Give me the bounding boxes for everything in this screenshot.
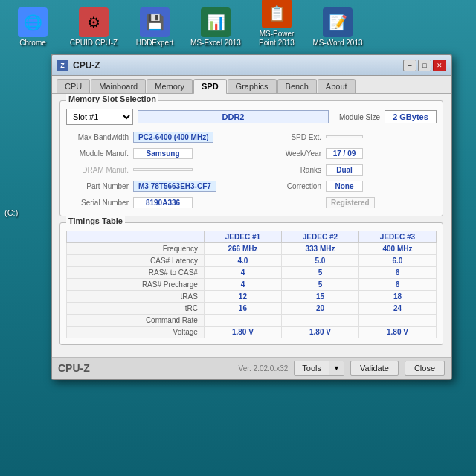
timing-label-5: tRC xyxy=(67,303,205,315)
part-number-value: M3 78T5663EH3-CF7 xyxy=(133,181,216,192)
timing-val-4-1: 15 xyxy=(281,291,358,303)
timing-val-6-2 xyxy=(358,315,436,327)
fields-left: Max Bandwidth PC2-6400 (400 MHz) Module … xyxy=(66,129,251,210)
timing-val-7-1: 1.80 V xyxy=(281,327,358,338)
title-bar-buttons: – □ ✕ xyxy=(403,60,446,71)
icon-label-2: HDDExpert xyxy=(136,39,174,48)
icon-img-2: 💾 xyxy=(140,7,170,37)
ddr-type-badge: DDR2 xyxy=(138,110,329,123)
timing-val-1-0: 4.0 xyxy=(204,255,281,267)
module-size-value: 2 GBytes xyxy=(385,110,437,123)
desktop-icon-5[interactable]: 📝 MS-Word 2013 xyxy=(311,7,364,48)
tools-arrow-button[interactable]: ▼ xyxy=(329,361,344,376)
dram-manuf-row: DRAM Manuf. xyxy=(66,162,251,177)
desktop-icon-2[interactable]: 💾 HDDExpert xyxy=(128,7,181,48)
icon-label-4: MS-Power Point 2013 xyxy=(250,30,303,48)
timing-val-0-1: 333 MHz xyxy=(281,243,358,255)
timing-row: CAS# Latency4.05.06.0 xyxy=(67,255,437,267)
tab-bench[interactable]: Bench xyxy=(277,79,317,93)
icon-label-5: MS-Word 2013 xyxy=(312,39,362,48)
slot-select[interactable]: Slot #1 Slot #2 Slot #3 Slot #4 xyxy=(66,109,133,125)
minimize-button[interactable]: – xyxy=(403,60,416,71)
timing-row: tRC162024 xyxy=(67,303,437,315)
timing-row: tRAS121518 xyxy=(67,291,437,303)
footer: CPU-Z Ver. 2.02.0.x32 Tools ▼ Validate C… xyxy=(52,357,451,379)
timing-val-2-1: 5 xyxy=(281,267,358,279)
desktop-icon-1[interactable]: ⚙ CPUID CPU-Z xyxy=(67,7,120,48)
timing-val-2-2: 6 xyxy=(358,267,436,279)
memory-slot-group-label: Memory Slot Selection xyxy=(66,94,158,103)
module-manuf-row: Module Manuf. Samsung xyxy=(66,146,251,161)
timing-val-1-1: 5.0 xyxy=(281,255,358,267)
timings-col-jedec1: JEDEC #1 xyxy=(204,231,281,243)
timing-label-4: tRAS xyxy=(67,291,205,303)
ranks-row: Ranks Dual xyxy=(259,162,437,177)
module-manuf-value: Samsung xyxy=(133,148,193,159)
timing-label-1: CAS# Latency xyxy=(67,255,205,267)
serial-number-row: Serial Number 8190A336 xyxy=(66,195,251,210)
week-year-row: Week/Year 17 / 09 xyxy=(259,146,437,161)
footer-brand: CPU-Z xyxy=(58,362,233,374)
module-size-label: Module Size xyxy=(339,113,380,121)
icon-label-0: Chrome xyxy=(19,39,46,48)
timings-group-label: Timings Table xyxy=(66,216,125,225)
spd-ext-value xyxy=(326,135,363,138)
tab-about[interactable]: About xyxy=(318,79,356,93)
timings-col-jedec3: JEDEC #3 xyxy=(358,231,436,243)
serial-number-value: 8190A336 xyxy=(133,197,193,208)
registered-value: Registered xyxy=(326,197,375,208)
close-window-button[interactable]: ✕ xyxy=(433,60,446,71)
content-area: Memory Slot Selection Slot #1 Slot #2 Sl… xyxy=(52,94,451,357)
ranks-value: Dual xyxy=(326,164,363,176)
cpuz-icon: Z xyxy=(57,60,68,71)
timing-val-5-0: 16 xyxy=(204,303,281,315)
timing-label-3: RAS# Precharge xyxy=(67,279,205,291)
timing-val-7-2: 1.80 V xyxy=(358,327,436,338)
week-year-value: 17 / 09 xyxy=(326,148,363,159)
window-title: CPU-Z xyxy=(73,60,403,71)
timing-val-5-1: 20 xyxy=(281,303,358,315)
max-bandwidth-value: PC2-6400 (400 MHz) xyxy=(133,132,213,143)
desktop-icon-3[interactable]: 📊 MS-Excel 2013 xyxy=(189,7,242,48)
timing-val-4-0: 12 xyxy=(204,291,281,303)
timing-label-2: RAS# to CAS# xyxy=(67,267,205,279)
validate-button[interactable]: Validate xyxy=(350,361,399,376)
tab-cpu[interactable]: CPU xyxy=(57,79,90,93)
correction-value: None xyxy=(326,181,363,192)
tab-mainboard[interactable]: Mainboard xyxy=(91,79,146,93)
timings-table: JEDEC #1 JEDEC #2 JEDEC #3 Frequency266 … xyxy=(66,231,437,338)
tab-memory[interactable]: Memory xyxy=(147,79,193,93)
timing-val-0-2: 400 MHz xyxy=(358,243,436,255)
close-button[interactable]: Close xyxy=(405,361,445,376)
timings-group: Timings Table JEDEC #1 JEDEC #2 JEDEC #3… xyxy=(60,222,443,345)
slot-row: Slot #1 Slot #2 Slot #3 Slot #4 DDR2 Mod… xyxy=(66,106,437,125)
timing-val-6-1 xyxy=(281,315,358,327)
timing-label-6: Command Rate xyxy=(67,315,205,327)
icon-img-5: 📝 xyxy=(323,7,353,37)
desktop-icon-4[interactable]: 📋 MS-Power Point 2013 xyxy=(250,0,303,48)
timing-val-1-2: 6.0 xyxy=(358,255,436,267)
tab-graphics[interactable]: Graphics xyxy=(228,79,277,93)
restore-button[interactable]: □ xyxy=(418,60,431,71)
part-number-row: Part Number M3 78T5663EH3-CF7 xyxy=(66,178,251,193)
icon-label-1: CPUID CPU-Z xyxy=(70,39,118,48)
tab-spd[interactable]: SPD xyxy=(193,79,227,94)
tab-bar: CPU Mainboard Memory SPD Graphics Bench … xyxy=(52,76,451,94)
tools-button[interactable]: Tools xyxy=(294,361,329,376)
spd-ext-row: SPD Ext. xyxy=(259,129,437,144)
cpuz-window: Z CPU-Z – □ ✕ CPU Mainboard Memory SPD G… xyxy=(51,54,452,380)
timing-row: RAS# to CAS#456 xyxy=(67,267,437,279)
icon-img-4: 📋 xyxy=(262,0,292,28)
desktop-icon-0[interactable]: 🌐 Chrome xyxy=(6,7,60,48)
timings-col-label xyxy=(67,231,205,243)
icon-img-3: 📊 xyxy=(201,7,231,37)
desktop-icons-row: 🌐 Chrome ⚙ CPUID CPU-Z 💾 HDDExpert 📊 MS-… xyxy=(0,0,476,51)
dram-manuf-value xyxy=(133,168,193,171)
timing-val-3-1: 5 xyxy=(281,279,358,291)
registered-row: Registered xyxy=(259,195,437,210)
timing-row: Voltage1.80 V1.80 V1.80 V xyxy=(67,327,437,338)
correction-row: Correction None xyxy=(259,178,437,193)
timing-row: Frequency266 MHz333 MHz400 MHz xyxy=(67,243,437,255)
icon-img-0: 🌐 xyxy=(18,7,48,37)
icon-label-3: MS-Excel 2013 xyxy=(190,39,241,48)
